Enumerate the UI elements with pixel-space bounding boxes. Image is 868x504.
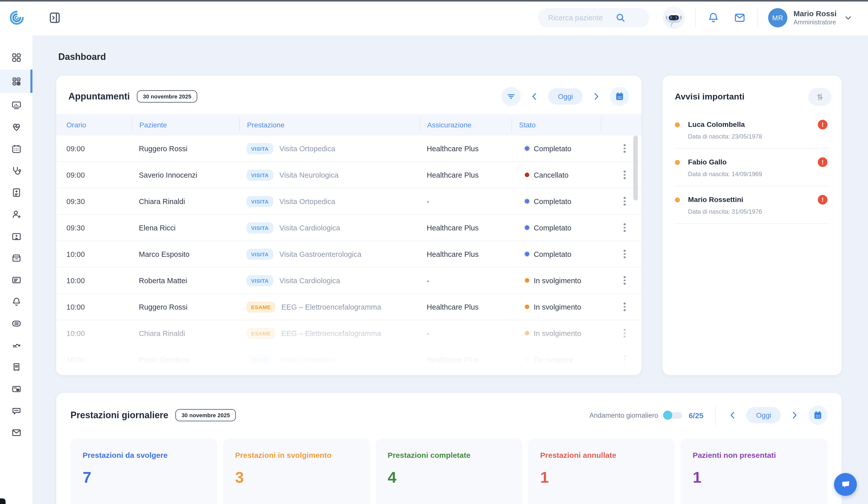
medical-record-icon	[11, 187, 22, 198]
search-input[interactable]	[547, 13, 615, 22]
appointment-time: 09:00	[56, 144, 132, 152]
sidebar-item-feedback[interactable]	[0, 401, 32, 420]
appointment-row[interactable]: 09:00 Saverio Innocenzi VISITA Visita Ne…	[56, 162, 641, 188]
stat-card[interactable]: Pazienti non presentati 1 No-show regist…	[680, 439, 827, 504]
appointment-patient: Elena Ricci	[132, 224, 240, 232]
row-menu-button[interactable]	[622, 301, 628, 313]
row-menu-button[interactable]	[622, 222, 628, 234]
notifications-button[interactable]	[706, 10, 721, 26]
sidebar-item-archive[interactable]	[0, 248, 32, 268]
sidebar-item-add-patient[interactable]	[0, 204, 32, 224]
column-header-orario[interactable]: Orario	[56, 118, 132, 131]
alerts-settings-button[interactable]	[808, 88, 831, 106]
filter-button[interactable]	[502, 87, 521, 106]
ai-assistant-button[interactable]	[663, 7, 685, 29]
column-header-paziente[interactable]: Paziente	[132, 118, 240, 131]
sidebar-item-monitor[interactable]	[0, 95, 32, 115]
status-label: In svolgimento	[534, 303, 581, 311]
messages-button[interactable]	[732, 10, 747, 26]
appointment-row[interactable]: 09:30 Chiara Rinaldi VISITA Visita Ortop…	[56, 188, 641, 215]
service-type-badge: VISITA	[246, 222, 273, 233]
sidebar-item-card-view[interactable]	[0, 379, 32, 399]
topbar: MR Mario Rossi Amministratore	[0, 0, 868, 36]
alert-item[interactable]: Mario Rossettini Data di nascita: 31/05/…	[675, 186, 829, 224]
row-menu-button[interactable]	[622, 169, 628, 181]
stat-label: Prestazioni da svolgere	[83, 451, 205, 459]
alert-warning-badge: !	[818, 120, 827, 129]
sidebar-item-health[interactable]	[0, 117, 32, 137]
today-button[interactable]: Oggi	[548, 88, 582, 104]
daily-stats: Prestazioni da svolgere 7 Da completare …	[71, 439, 827, 504]
daily-prev-button[interactable]	[726, 409, 740, 422]
appointment-insurance: Healthcare Plus	[420, 303, 511, 311]
stat-card[interactable]: Prestazioni da svolgere 7 Da completare …	[71, 439, 217, 504]
stat-card[interactable]: Prestazioni in svolgimento 3 Attività at…	[223, 439, 370, 504]
chevron-left-icon	[728, 411, 737, 420]
user-menu[interactable]: MR Mario Rossi Amministratore	[768, 8, 853, 28]
toggle-knob-icon	[663, 411, 672, 420]
patient-search[interactable]	[538, 8, 650, 28]
sidebar-item-modules-active[interactable]	[0, 70, 32, 93]
appointment-row[interactable]: 10:00 Chiara Rinaldi ESAME EEG – Elettro…	[56, 320, 641, 347]
avatar: MR	[768, 8, 787, 28]
trend-toggle[interactable]	[664, 412, 682, 419]
sidebar-item-mail[interactable]	[0, 423, 32, 442]
stat-card[interactable]: Prestazioni completate 4 Chiuse nella gi…	[375, 439, 523, 504]
row-menu-button[interactable]	[622, 353, 628, 366]
sidebar-item-medical-records[interactable]	[0, 183, 32, 202]
table-body: 09:00 Ruggero Rossi VISITA Visita Ortope…	[56, 135, 641, 373]
row-menu-button[interactable]	[622, 142, 628, 155]
appointment-row[interactable]: 10:00 Ruggero Rossi ESAME EEG – Elettroe…	[56, 294, 641, 320]
appointment-row[interactable]: 09:00 Ruggero Rossi VISITA Visita Ortope…	[56, 135, 641, 162]
stat-card[interactable]: Prestazioni annullate 1 Disdette dai paz…	[528, 439, 675, 504]
daily-calendar-button[interactable]	[808, 405, 827, 425]
sidebar-item-calendar[interactable]	[0, 139, 32, 158]
service-type-badge: VISITA	[246, 143, 273, 154]
row-menu-button[interactable]	[622, 195, 628, 208]
column-header-stato[interactable]: Stato	[512, 118, 601, 131]
row-menu-button[interactable]	[622, 274, 628, 287]
daily-next-button[interactable]	[788, 409, 801, 422]
appointment-row[interactable]: 10:00 Paolo Giordano VISITA Visita Ortop…	[56, 347, 641, 373]
sidebar-item-analytics[interactable]	[0, 335, 32, 355]
alert-item[interactable]: Fabio Gallo Data di nascita: 14/09/1969 …	[675, 149, 829, 186]
calendar-picker-button[interactable]	[610, 87, 629, 106]
service-name: Visita Ortopedica	[279, 144, 335, 152]
main-content: Dashboard Appuntamenti 30 novembre 2025 …	[33, 36, 868, 504]
daily-today-button[interactable]: Oggi	[746, 407, 781, 423]
column-header-assicurazione[interactable]: Assicurazione	[420, 118, 511, 131]
topbar-actions: MR Mario Rossi Amministratore	[538, 7, 868, 29]
search-icon[interactable]	[615, 12, 626, 23]
appointment-time: 10:00	[56, 355, 132, 364]
appointments-date-badge: 30 novembre 2025	[137, 90, 197, 102]
appointment-row[interactable]: 10:00 Marco Esposito VISITA Visita Gastr…	[56, 241, 641, 268]
appointment-patient: Ruggero Rossi	[132, 303, 240, 311]
row-menu-button[interactable]	[622, 327, 628, 340]
stethoscope-icon	[11, 165, 22, 176]
alert-priority-dot	[675, 198, 680, 202]
next-day-button[interactable]	[590, 90, 603, 103]
alert-patient-dob: Data di nascita: 14/09/1969	[688, 171, 829, 178]
table-header: Orario Paziente Prestazione Assicurazion…	[56, 114, 641, 135]
sidebar-collapse-button[interactable]	[47, 10, 62, 26]
row-menu-button[interactable]	[622, 248, 628, 260]
column-header-prestazione[interactable]: Prestazione	[239, 118, 420, 131]
alert-warning-badge: !	[818, 195, 827, 204]
alert-item[interactable]: Luca Colombella Data di nascita: 23/05/1…	[675, 111, 829, 149]
sidebar-item-hospital[interactable]	[0, 226, 32, 246]
sidebar-item-dashboard[interactable]	[0, 48, 32, 67]
app-logo[interactable]	[0, 9, 33, 27]
sidebar-item-visits[interactable]	[0, 161, 32, 180]
sidebar-item-chat[interactable]	[0, 314, 32, 333]
notifications-bell-icon	[707, 12, 720, 24]
sidebar	[0, 36, 33, 504]
sidebar-item-notifications[interactable]	[0, 292, 32, 311]
appointment-insurance: Healthcare Plus	[420, 250, 511, 258]
appointment-row[interactable]: 09:30 Elena Ricci VISITA Visita Cardiolo…	[56, 215, 641, 241]
sidebar-item-invoices[interactable]	[0, 357, 32, 376]
appointment-row[interactable]: 10:00 Roberta Mattei VISITA Visita Cardi…	[56, 268, 641, 294]
prev-day-button[interactable]	[528, 90, 541, 103]
table-scrollbar[interactable]	[633, 135, 638, 201]
chat-support-button[interactable]	[834, 473, 857, 496]
sidebar-item-documents[interactable]	[0, 270, 32, 289]
